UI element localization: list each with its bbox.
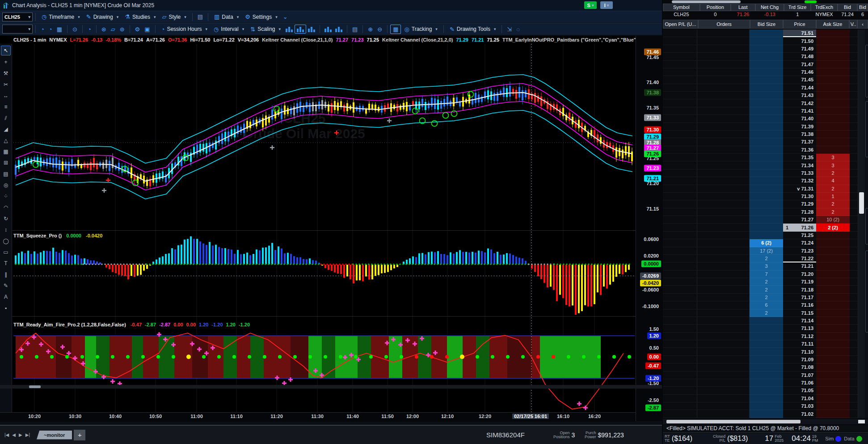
open-pl-cell[interactable]: [663, 216, 697, 224]
price-cell[interactable]: 71.34: [783, 161, 816, 169]
open-pl-cell[interactable]: [663, 286, 697, 293]
prev-page-button[interactable]: ◀: [12, 432, 16, 437]
open-pl-cell[interactable]: [663, 255, 697, 262]
chart-horizontal-scrollbar[interactable]: [0, 385, 662, 389]
price-cell[interactable]: 71.06: [783, 379, 816, 387]
tool-triangle-icon[interactable]: △: [1, 136, 10, 145]
open-pl-cell[interactable]: [663, 30, 697, 37]
price-cell[interactable]: 71.04: [783, 395, 816, 402]
bid-size-cell[interactable]: [750, 154, 783, 161]
open-pl-cell[interactable]: [663, 340, 697, 348]
bid-size-cell[interactable]: 6: [750, 301, 783, 309]
ladder-header-open-p-l-u-[interactable]: Open P/L (U...: [663, 20, 698, 29]
open-pl-cell[interactable]: [663, 123, 697, 131]
open-pl-cell[interactable]: [663, 92, 697, 99]
price-cell[interactable]: 71.50: [783, 37, 816, 45]
bid-size-cell[interactable]: [750, 30, 783, 37]
open-pl-cell[interactable]: [663, 61, 697, 68]
column-header-bid[interactable]: Bid: [857, 4, 868, 11]
price-cell[interactable]: 71.41: [783, 107, 816, 115]
orders-cell[interactable]: [697, 387, 750, 394]
orders-cell[interactable]: [697, 177, 750, 185]
alerts-icon[interactable]: ⊚: [118, 25, 127, 34]
orders-cell[interactable]: [697, 379, 750, 387]
price-cell[interactable]: 71.45: [783, 76, 816, 84]
price-cell[interactable]: 71.20: [783, 271, 816, 278]
open-pl-cell[interactable]: [663, 68, 697, 76]
bid-size-cell[interactable]: [750, 45, 783, 53]
orders-cell[interactable]: [697, 348, 750, 355]
open-pl-cell[interactable]: [663, 115, 697, 123]
tool-levels-icon[interactable]: ▤: [1, 169, 10, 178]
tool-pointer-icon[interactable]: ↖: [1, 46, 11, 55]
settings-menu[interactable]: ⚙Settings▾: [242, 12, 281, 22]
column-header-symbol[interactable]: Symbol: [663, 4, 700, 11]
export-chart-icon[interactable]: ⇲: [505, 25, 514, 34]
price-cell[interactable]: 71.47: [783, 61, 816, 68]
tool-trend-icon[interactable]: ◢: [1, 125, 10, 134]
orders-cell[interactable]: [697, 286, 750, 293]
price-cell[interactable]: 71.02: [783, 410, 816, 418]
tool-arc-icon[interactable]: ◠: [1, 203, 10, 212]
next-page-button[interactable]: ▶: [19, 432, 22, 437]
ask-size-cell[interactable]: [816, 99, 850, 107]
data-menu[interactable]: ▥Data▾: [211, 12, 242, 22]
bid-size-cell[interactable]: 2: [750, 294, 783, 301]
tool-rectangle-icon[interactable]: ▭: [1, 248, 10, 257]
gauge-icon[interactable]: ◔: [38, 25, 46, 34]
zoom-in-icon[interactable]: ⊕: [366, 25, 375, 34]
orders-cell[interactable]: [697, 333, 750, 340]
ladder-scroll-thumb[interactable]: [859, 192, 864, 214]
open-pl-cell[interactable]: [663, 301, 697, 309]
open-pl-cell[interactable]: [663, 84, 697, 92]
ask-size-cell[interactable]: [816, 317, 850, 325]
tool-annotation-icon[interactable]: A: [1, 292, 10, 301]
bid-size-cell[interactable]: [750, 99, 783, 107]
bid-size-cell[interactable]: [750, 68, 783, 76]
gauge2-icon[interactable]: ◔: [46, 25, 55, 34]
price-cell[interactable]: 71.44: [783, 84, 816, 92]
price-cell[interactable]: 71.24: [783, 239, 816, 247]
ask-size-cell[interactable]: [816, 286, 850, 293]
open-pl-cell[interactable]: [663, 356, 697, 364]
open-pl-cell[interactable]: [663, 348, 697, 355]
style-menu[interactable]: ▱Style▾: [159, 12, 189, 22]
ask-size-cell[interactable]: [816, 325, 850, 332]
bid-size-cell[interactable]: [750, 224, 783, 231]
bid-size-cell[interactable]: [750, 61, 783, 68]
price-cell[interactable]: 71.35: [783, 154, 816, 161]
price-cell[interactable]: 71.17: [783, 294, 816, 301]
open-pl-cell[interactable]: [663, 325, 697, 332]
orders-cell[interactable]: [697, 239, 750, 247]
bid-size-cell[interactable]: [750, 161, 783, 169]
tool-extend-icon[interactable]: ↔: [1, 91, 10, 100]
ask-size-cell[interactable]: [816, 146, 850, 154]
orders-cell[interactable]: [697, 30, 750, 37]
open-pl-cell[interactable]: [663, 224, 697, 231]
ladder-header-ask-size[interactable]: Ask Size: [816, 20, 849, 29]
orders-cell[interactable]: [697, 325, 750, 332]
price-cell[interactable]: 71.30: [783, 193, 816, 200]
price-cell[interactable]: 71.23: [783, 247, 816, 255]
tool-ellipse-icon[interactable]: ◯: [1, 237, 10, 245]
ask-size-cell[interactable]: [816, 115, 850, 123]
symbol-input[interactable]: CLH25▾: [2, 13, 33, 21]
ask-size-cell[interactable]: [816, 239, 850, 247]
bid-size-cell[interactable]: [750, 107, 783, 115]
ask-size-cell[interactable]: [816, 76, 850, 84]
price-cell[interactable]: 71.21: [783, 262, 816, 270]
orders-cell[interactable]: [697, 340, 750, 348]
bid-size-cell[interactable]: 17 (2): [750, 247, 783, 255]
ask-size-cell[interactable]: 1: [816, 193, 850, 200]
calculator-icon[interactable]: ▦: [55, 25, 64, 34]
bid-size-cell[interactable]: [750, 402, 783, 410]
open-pl-cell[interactable]: [663, 107, 697, 115]
orders-cell[interactable]: [697, 247, 750, 255]
open-pl-cell[interactable]: [663, 154, 697, 161]
ask-size-cell[interactable]: [816, 123, 850, 131]
open-pl-cell[interactable]: [663, 146, 697, 154]
column-header-last[interactable]: Last: [731, 4, 755, 11]
auto-trade-icon[interactable]: ⚙: [133, 25, 143, 34]
bid-size-cell[interactable]: [750, 356, 783, 364]
ask-size-cell[interactable]: [816, 379, 850, 387]
